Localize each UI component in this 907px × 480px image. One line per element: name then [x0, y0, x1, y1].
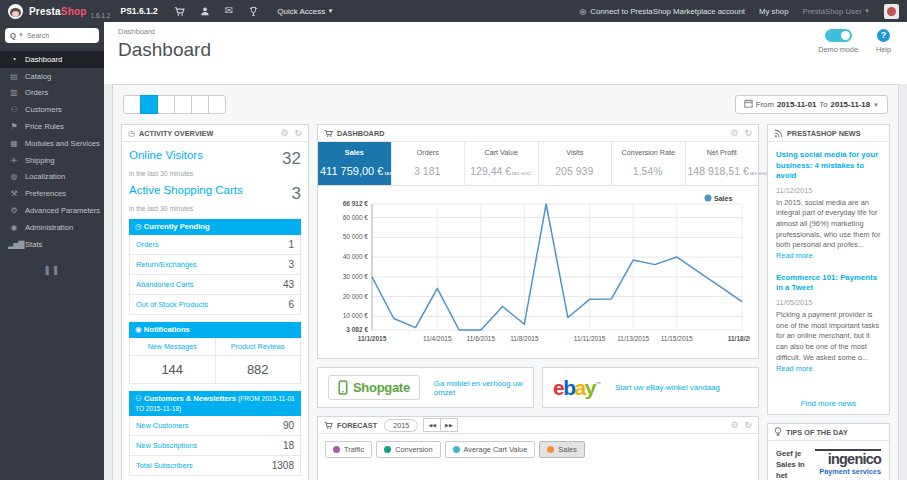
main-content: Dashboard Dashboard Demo mode ? Help Fro…: [104, 22, 907, 480]
rss-icon: [774, 129, 783, 138]
kpi-tab[interactable]: Sales 411 759,00 €tax excl.: [318, 142, 392, 185]
refresh-icon[interactable]: ↻: [744, 128, 752, 138]
gear-icon[interactable]: ⚙: [730, 420, 738, 430]
forecast-toggle[interactable]: Sales: [539, 441, 585, 458]
kpi-tab[interactable]: Cart Value 129,44 €tax excl.: [465, 142, 539, 185]
news-article-title[interactable]: Using social media for your business: 4 …: [776, 150, 881, 182]
sidebar-item[interactable]: ✈ Shipping: [0, 152, 104, 169]
pending-row-value: 1: [288, 239, 294, 250]
refresh-icon[interactable]: ↻: [294, 128, 302, 138]
shopgate-link[interactable]: Ga mobiel en verhoog uw omzet: [434, 379, 523, 397]
kpi-tab[interactable]: Net Profit 148 918,51 €tax excl.: [686, 142, 759, 185]
profile-icon[interactable]: [200, 6, 210, 17]
refresh-icon[interactable]: ↻: [744, 420, 752, 430]
sidebar-item-label: Advanced Parameters: [25, 206, 100, 215]
customers-row-value: 18: [283, 440, 294, 451]
sidebar-item[interactable]: ⚒ Preferences: [0, 185, 104, 202]
quick-access-menu[interactable]: Quick Access ▼: [277, 7, 333, 16]
sidebar-item[interactable]: ◉ Administration: [0, 219, 104, 236]
notification-label-link[interactable]: Product Reviews: [216, 338, 301, 356]
customers-row: New Subscriptions 18: [129, 436, 301, 456]
svg-text:40 000 €: 40 000 €: [343, 253, 369, 260]
bell-icon: ◉: [135, 325, 142, 334]
pending-row-value: 3: [288, 259, 294, 270]
sidebar-item[interactable]: ▥ Orders: [0, 85, 104, 102]
notification-label-link[interactable]: New Messages: [130, 338, 215, 356]
sidebar-item-icon: ▤: [8, 72, 19, 81]
sidebar-item-icon: ▂▅▇: [8, 240, 19, 249]
date-range-button[interactable]: [208, 95, 226, 114]
date-range-button[interactable]: [157, 95, 175, 114]
ebay-link[interactable]: Start uw eBay-winkel vandaag: [615, 383, 720, 392]
sidebar-item[interactable]: ⚇ Customers: [0, 101, 104, 118]
help-icon[interactable]: ?: [877, 29, 890, 42]
sidebar-search[interactable]: Q ▼: [5, 28, 99, 43]
kpi-tab[interactable]: Visits 205 939: [539, 142, 613, 185]
sidebar-collapse-button[interactable]: ❚❚: [0, 265, 104, 275]
svg-text:66 912 €: 66 912 €: [343, 200, 369, 207]
sidebar-item[interactable]: ⚙ Advanced Parameters: [0, 202, 104, 219]
sidebar-item[interactable]: ◍ Localization: [0, 169, 104, 186]
customers-row-link[interactable]: Total Subscribers: [136, 461, 193, 470]
pending-row-link[interactable]: Abandoned Carts: [136, 280, 194, 289]
kpi-tab[interactable]: Orders 3 181: [392, 142, 466, 185]
shop-version: PS1.6.1.2: [120, 6, 157, 16]
user-menu[interactable]: PrestaShop User ▼: [803, 7, 871, 16]
sidebar-item-label: Catalog: [25, 72, 51, 81]
date-range-button[interactable]: [174, 95, 192, 114]
cart-icon: [324, 421, 333, 430]
previous-year-button[interactable]: ◀◀: [423, 418, 441, 432]
prestashop-news-panel: PRESTASHOP NEWS Using social media for y…: [767, 124, 890, 415]
news-article-title[interactable]: Ecommerce 101: Payments in a Tweet: [776, 273, 881, 294]
pending-row-link[interactable]: Return/Exchanges: [136, 260, 197, 269]
date-range-button[interactable]: [123, 95, 141, 114]
cart-icon[interactable]: [174, 6, 185, 17]
my-shop-link[interactable]: My shop: [759, 7, 788, 16]
forecast-toggle-label: Traffic: [344, 445, 364, 454]
customers-row-link[interactable]: New Subscriptions: [136, 441, 197, 450]
read-more-link[interactable]: Read more: [776, 364, 813, 373]
date-picker[interactable]: From2015-11-01 To2015-11-18 ▼: [735, 95, 888, 114]
marketplace-link[interactable]: ◎Connect to PrestaShop Marketplace accou…: [579, 7, 745, 16]
breadcrumb[interactable]: Dashboard: [118, 27, 893, 36]
ebay-banner: ebay™ Start uw eBay-winkel vandaag: [542, 367, 759, 408]
marketplace-icon: ◎: [579, 7, 586, 16]
kpi-tab[interactable]: Conversion Rate 1.54%: [612, 142, 686, 185]
sidebar-item[interactable]: ▦ Modules and Services: [0, 135, 104, 152]
forecast-toggle[interactable]: Traffic: [325, 441, 372, 458]
next-year-button[interactable]: ▶▶: [440, 418, 458, 432]
activity-overview-panel: ◷ ACTIVITY OVERVIEW ⚙↻ Online Visitors 3…: [121, 124, 309, 480]
currently-pending-section: ◷ Currently Pending Orders 1 Return/Exch…: [129, 219, 301, 315]
demo-mode-label: Demo mode: [818, 45, 858, 54]
search-input[interactable]: [27, 32, 85, 39]
forecast-year[interactable]: 2015: [384, 419, 418, 432]
demo-mode-toggle[interactable]: [825, 29, 852, 42]
online-visitors-link[interactable]: Online Visitors: [129, 149, 203, 161]
sidebar-item[interactable]: ◔ Dashboard: [0, 51, 104, 68]
date-range-button[interactable]: [140, 95, 158, 114]
sidebar-item[interactable]: ▤ Catalog: [0, 68, 104, 85]
sidebar-item[interactable]: ⚑ Price Rules: [0, 118, 104, 135]
trophy-icon[interactable]: [248, 6, 259, 17]
pending-row-link[interactable]: Orders: [136, 240, 159, 249]
kpi-value: 129,44 €tax excl.: [467, 165, 536, 177]
dashboard-wrapper: From2015-11-01 To2015-11-18 ▼ ◷ ACTIVITY…: [112, 84, 899, 480]
gear-icon[interactable]: ⚙: [280, 128, 288, 138]
customers-row-link[interactable]: New Customers: [136, 421, 189, 430]
gear-icon[interactable]: ⚙: [730, 128, 738, 138]
series-color-dot: [333, 446, 340, 453]
read-more-link[interactable]: Read more: [776, 251, 813, 260]
sidebar-item[interactable]: ▂▅▇ Stats: [0, 236, 104, 253]
active-carts-link[interactable]: Active Shopping Carts: [129, 184, 243, 196]
customers-row-value: 1308: [272, 460, 294, 471]
news-article-date: 11/12/2015: [776, 186, 881, 195]
mail-icon[interactable]: ✉: [225, 6, 233, 16]
find-more-news-link[interactable]: Find more news: [768, 399, 889, 408]
news-article-date: 11/05/2015: [776, 298, 881, 307]
pending-row-link[interactable]: Out of Stock Products: [136, 300, 208, 309]
forecast-toggle[interactable]: Conversion: [376, 441, 440, 458]
forecast-toggle[interactable]: Average Cart Value: [445, 441, 536, 458]
date-range-button[interactable]: [191, 95, 209, 114]
user-avatar[interactable]: [884, 4, 899, 19]
series-color-dot: [453, 446, 460, 453]
